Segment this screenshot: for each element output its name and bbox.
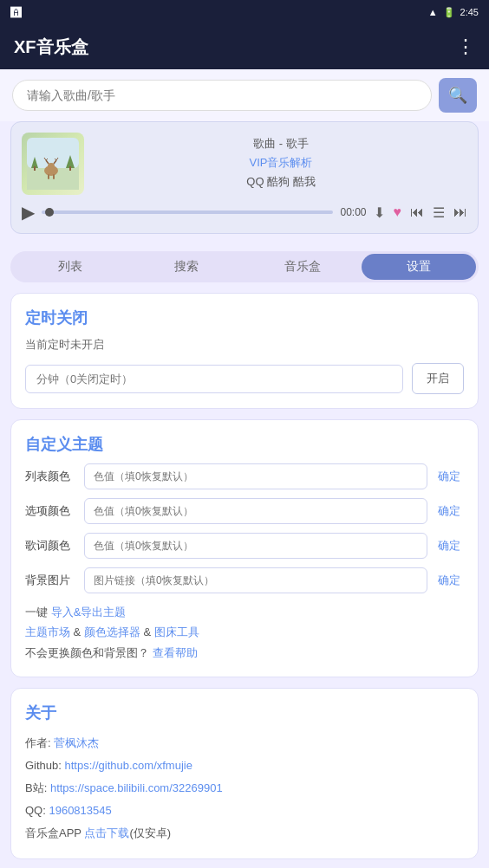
battery-icon: 🔋 xyxy=(443,7,455,18)
about-bilibili: B站: https://space.bilibili.com/32269901 xyxy=(25,777,464,800)
list-icon[interactable]: ☰ xyxy=(433,204,445,221)
progress-dot xyxy=(45,208,54,217)
player-controls: ▶ 00:00 ⬇ ♥ ⏮ ☰ ⏭ xyxy=(22,202,467,223)
theme-row-lyrics: 歌词颜色 确定 xyxy=(25,533,464,559)
theme-row-option: 选项颜色 确定 xyxy=(25,498,464,524)
tab-settings[interactable]: 设置 xyxy=(362,254,476,280)
timer-section: 定时关闭 当前定时未开启 开启 xyxy=(10,293,479,409)
theme-market-line: 主题市场 & 颜色选择器 & 图床工具 xyxy=(25,622,464,642)
platforms: QQ 酷狗 酷我 xyxy=(95,174,467,190)
time-label: 00:00 xyxy=(340,206,366,218)
heart-icon[interactable]: ♥ xyxy=(394,204,402,220)
prev-icon[interactable]: ⏮ xyxy=(410,204,424,220)
theme-row-bg: 背景图片 确定 xyxy=(25,567,464,593)
about-author: 作者: 菅枫沐杰 xyxy=(25,732,464,755)
more-button[interactable]: ⋮ xyxy=(456,36,475,58)
album-art-image xyxy=(27,138,79,190)
theme-export-link[interactable]: 导入&导出主题 xyxy=(51,606,127,619)
theme-market-link[interactable]: 主题市场 xyxy=(25,625,70,638)
theme-row-list: 列表颜色 确定 xyxy=(25,463,464,489)
player-info: 歌曲 - 歌手 VIP音乐解析 QQ 酷狗 酷我 xyxy=(95,133,467,190)
theme-list-label: 列表颜色 xyxy=(25,469,77,484)
tabs: 列表 搜索 音乐盒 设置 xyxy=(10,251,479,282)
timer-input-row: 开启 xyxy=(25,363,464,394)
tabs-wrap: 列表 搜索 音乐盒 设置 xyxy=(0,244,489,282)
content: 定时关闭 当前定时未开启 开启 自定义主题 列表颜色 确定 选项颜色 确定 歌词… xyxy=(0,282,489,868)
theme-actions: 一键 导入&导出主题 主题市场 & 颜色选择器 & 图床工具 不会更换颜色和背景… xyxy=(25,602,464,663)
theme-option-label: 选项颜色 xyxy=(25,503,77,519)
image-bed-link[interactable]: 图床工具 xyxy=(154,625,199,638)
player-card: 歌曲 - 歌手 VIP音乐解析 QQ 酷狗 酷我 ▶ 00:00 ⬇ ♥ ⏮ ☰… xyxy=(10,121,479,234)
search-input-wrap xyxy=(12,80,432,111)
search-button[interactable]: 🔍 xyxy=(439,78,477,113)
tab-musicbox[interactable]: 音乐盒 xyxy=(245,254,360,280)
theme-bg-confirm[interactable]: 确定 xyxy=(434,573,464,588)
status-bar: 🅰 ▲ 🔋 2:45 xyxy=(0,0,489,24)
color-picker-link[interactable]: 颜色选择器 xyxy=(84,625,140,638)
svg-rect-14 xyxy=(69,166,71,171)
ctrl-icons: ⬇ ♥ ⏮ ☰ ⏭ xyxy=(374,204,468,221)
theme-option-confirm[interactable]: 确定 xyxy=(434,503,464,519)
progress-bar[interactable] xyxy=(42,211,333,214)
timer-input[interactable] xyxy=(25,365,403,393)
song-title: 歌曲 - 歌手 xyxy=(95,136,467,152)
about-section: 关于 作者: 菅枫沐杰 Github: https://github.com/x… xyxy=(10,688,479,859)
author-link[interactable]: 菅枫沐杰 xyxy=(54,736,99,749)
vip-label[interactable]: VIP音乐解析 xyxy=(95,155,467,171)
svg-rect-16 xyxy=(34,166,36,171)
android-icon: 🅰 xyxy=(10,6,22,19)
wifi-icon: ▲ xyxy=(428,7,438,17)
time-display: 2:45 xyxy=(460,7,479,17)
timer-status: 当前定时未开启 xyxy=(25,337,464,353)
theme-export-line: 一键 导入&导出主题 xyxy=(25,602,464,622)
theme-option-input[interactable] xyxy=(84,498,427,524)
timer-title: 定时关闭 xyxy=(25,308,464,328)
theme-list-input[interactable] xyxy=(84,463,427,489)
theme-lyrics-input[interactable] xyxy=(84,533,427,559)
help-link[interactable]: 查看帮助 xyxy=(153,646,198,659)
about-content: 作者: 菅枫沐杰 Github: https://github.com/xfmu… xyxy=(25,732,464,845)
theme-list-confirm[interactable]: 确定 xyxy=(434,469,464,484)
theme-title: 自定义主题 xyxy=(25,434,464,455)
svg-point-6 xyxy=(48,163,55,170)
app-title: XF音乐盒 xyxy=(14,36,88,59)
about-app: 音乐盒APP 点击下载(仅安卓) xyxy=(25,822,464,845)
github-link[interactable]: https://github.com/xfmujie xyxy=(65,759,192,772)
theme-section: 自定义主题 列表颜色 确定 选项颜色 确定 歌词颜色 确定 背景图片 确定 一键… xyxy=(10,419,479,677)
next-icon[interactable]: ⏭ xyxy=(453,204,467,220)
search-bar: 🔍 xyxy=(0,69,489,121)
theme-help-line: 不会更换颜色和背景图？ 查看帮助 xyxy=(25,643,464,663)
qq-link[interactable]: 1960813545 xyxy=(49,804,111,817)
play-button[interactable]: ▶ xyxy=(22,202,35,223)
svg-rect-5 xyxy=(53,174,55,179)
download-link[interactable]: 点击下载 xyxy=(84,826,129,839)
bilibili-link[interactable]: https://space.bilibili.com/32269901 xyxy=(50,781,223,794)
top-bar: XF音乐盒 ⋮ xyxy=(0,24,489,69)
svg-rect-4 xyxy=(48,174,49,179)
download-icon[interactable]: ⬇ xyxy=(374,204,385,221)
timer-enable-button[interactable]: 开启 xyxy=(412,363,464,394)
album-art xyxy=(22,133,84,195)
tab-list[interactable]: 列表 xyxy=(13,254,127,280)
search-icon: 🔍 xyxy=(448,86,467,105)
about-title: 关于 xyxy=(25,703,464,723)
theme-lyrics-confirm[interactable]: 确定 xyxy=(434,538,464,554)
search-input[interactable] xyxy=(27,88,417,102)
tab-search[interactable]: 搜索 xyxy=(129,254,244,280)
about-github: Github: https://github.com/xfmujie xyxy=(25,755,464,777)
theme-bg-label: 背景图片 xyxy=(25,573,77,588)
about-qq: QQ: 1960813545 xyxy=(25,800,464,822)
theme-lyrics-label: 歌词颜色 xyxy=(25,538,77,554)
theme-bg-input[interactable] xyxy=(84,567,427,593)
